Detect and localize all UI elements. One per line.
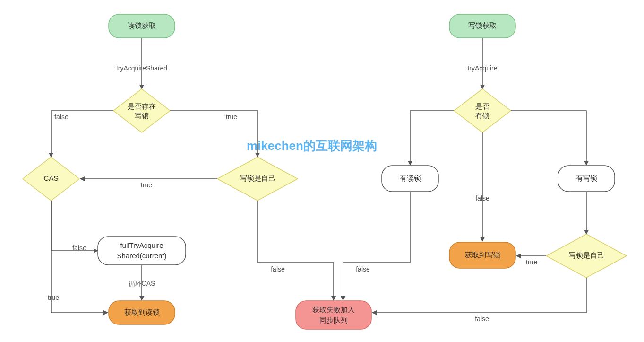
edge-haslock-left [410, 111, 454, 165]
label-write-is-self: 写锁是自己 [240, 174, 275, 182]
label-cas: CAS [44, 174, 59, 182]
label-haswrite-true: true [226, 113, 237, 121]
edge-writeself2-false [372, 278, 586, 313]
node-has-lock [454, 89, 511, 132]
label-cas-true: true [48, 294, 59, 301]
label-got-read-lock: 获取到读锁 [124, 308, 160, 316]
label-writeself2-true: true [526, 258, 537, 266]
label-hasread-false: false [356, 265, 370, 273]
flowchart-diagram: mikechen的互联网架构 读锁获取 tryAcquireShared 是否存… [0, 0, 644, 342]
edge-hasread-false [343, 192, 410, 300]
label-write-is-self-2: 写锁是自己 [569, 251, 604, 259]
label-got-write-lock: 获取到写锁 [465, 251, 500, 259]
edge-cas-false [51, 201, 98, 251]
label-writeself-true: true [141, 181, 152, 189]
label-haslock-false: false [475, 194, 489, 202]
label-has-write-lock2: 有写锁 [576, 174, 597, 182]
label-full-try-acquire-1: fullTryAcquire [120, 241, 163, 249]
label-has-lock-2: 有锁 [475, 112, 489, 120]
edge-haslock-right [511, 111, 586, 165]
node-has-write-lock [113, 89, 170, 132]
watermark-text: mikechen的互联网架构 [247, 139, 377, 153]
label-writeself2-false: false [475, 315, 489, 323]
label-write-lock-start: 写锁获取 [468, 21, 497, 29]
label-fail-queue-2: 同步队列 [319, 316, 348, 324]
label-haswrite-false: false [54, 113, 69, 121]
label-writeself-false: false [271, 265, 285, 273]
label-loopcas: 循环CAS [129, 280, 155, 287]
label-read-lock-start: 读锁获取 [128, 21, 156, 29]
label-has-write-lock-1: 是否存在 [128, 102, 156, 110]
edge-haswrite-true [170, 111, 258, 157]
label-tryAcquire: tryAcquire [467, 64, 497, 72]
label-has-lock-1: 是否 [475, 102, 489, 110]
label-fail-queue-1: 获取失败加入 [312, 306, 355, 314]
label-has-write-lock-2: 写锁 [135, 112, 149, 120]
label-has-read-lock: 有读锁 [400, 174, 421, 182]
label-cas-false: false [72, 244, 86, 252]
label-full-try-acquire-2: Shared(current) [117, 252, 166, 260]
edge-writeself-false [258, 201, 334, 300]
label-tryAcquireShared: tryAcquireShared [116, 64, 167, 72]
